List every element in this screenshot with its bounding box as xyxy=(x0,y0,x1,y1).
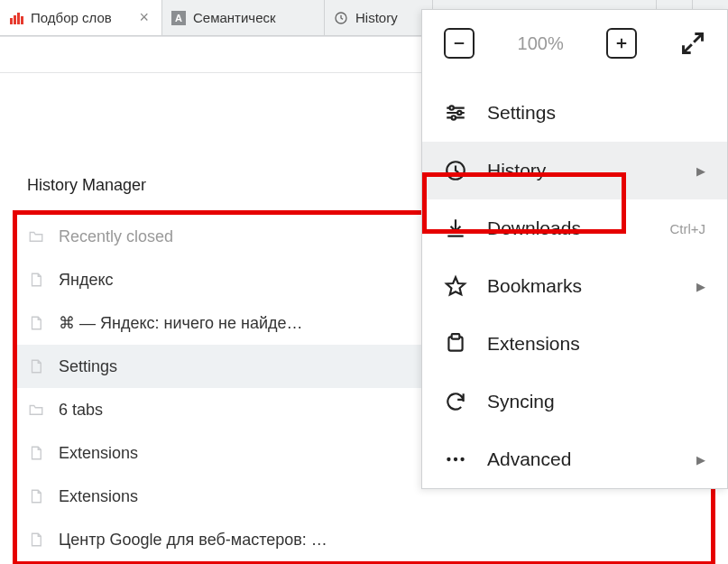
clock-favicon xyxy=(334,11,348,25)
star-icon xyxy=(444,274,467,298)
history-item-label: ⌘ — Яндекс: ничего не найде… xyxy=(59,313,303,333)
menu-item-history[interactable]: History ▶ xyxy=(422,142,727,199)
svg-point-12 xyxy=(454,458,457,461)
history-item-label: Extensions xyxy=(59,444,138,463)
svg-rect-1 xyxy=(14,15,16,24)
letter-a-favicon: A xyxy=(171,11,186,25)
svg-rect-2 xyxy=(17,13,20,24)
menu-item-syncing[interactable]: Syncing xyxy=(422,373,727,430)
dots-icon xyxy=(444,448,467,471)
download-icon xyxy=(444,217,467,240)
fullscreen-button[interactable] xyxy=(680,31,705,56)
yandex-wordstat-favicon xyxy=(9,11,23,25)
tab-history[interactable]: History xyxy=(325,0,433,35)
extensions-icon xyxy=(444,332,467,356)
history-item-google-webmasters[interactable]: Центр Google для веб-мастеров: … xyxy=(17,518,711,561)
menu-item-bookmarks[interactable]: Bookmarks ▶ xyxy=(422,257,727,315)
sliders-icon xyxy=(444,101,467,125)
history-item-label: Яндекс xyxy=(59,271,114,290)
history-item-label: Центр Google для веб-мастеров: … xyxy=(59,531,327,550)
zoom-level-label: 100% xyxy=(518,33,564,54)
svg-point-7 xyxy=(452,116,456,119)
history-manager-label: History Manager xyxy=(27,176,146,195)
menu-item-label: Extensions xyxy=(487,333,580,355)
file-icon xyxy=(28,530,44,550)
history-item-label: 6 tabs xyxy=(59,401,103,420)
tab-label: Семантическ xyxy=(193,10,315,25)
file-icon xyxy=(28,443,44,463)
menu-item-label: Downloads xyxy=(487,217,581,239)
chevron-right-icon: ▶ xyxy=(696,453,705,467)
tab-podbor-slov[interactable]: Подбор слов × xyxy=(0,0,162,35)
svg-point-11 xyxy=(447,458,450,461)
menu-item-label: Settings xyxy=(487,102,556,124)
tab-semanticheskaya[interactable]: A Семантическ xyxy=(162,0,325,35)
menu-item-shortcut: Ctrl+J xyxy=(669,221,705,236)
svg-rect-3 xyxy=(21,16,23,24)
menu-item-extensions[interactable]: Extensions xyxy=(422,315,727,373)
zoom-in-button[interactable] xyxy=(606,28,637,59)
svg-rect-10 xyxy=(452,334,460,338)
menu-item-label: Bookmarks xyxy=(487,275,582,297)
clock-icon xyxy=(444,159,467,182)
svg-point-13 xyxy=(460,458,464,461)
svg-point-5 xyxy=(450,106,454,109)
file-icon xyxy=(28,486,44,506)
svg-rect-0 xyxy=(10,18,13,24)
tab-label: Подбор слов xyxy=(31,10,128,25)
svg-point-6 xyxy=(457,111,461,115)
history-item-label: Recently closed xyxy=(59,227,173,246)
close-icon[interactable]: × xyxy=(135,8,152,27)
tab-label: History xyxy=(355,10,423,25)
main-menu-panel: 100% Settings History ▶ Downloads Ctrl+J… xyxy=(421,9,728,489)
folder-icon xyxy=(28,400,44,420)
menu-item-settings[interactable]: Settings xyxy=(422,84,727,142)
sync-icon xyxy=(444,390,467,413)
zoom-out-button[interactable] xyxy=(444,28,475,59)
history-item-label: Settings xyxy=(59,357,117,376)
chevron-right-icon: ▶ xyxy=(696,280,705,293)
menu-item-downloads[interactable]: Downloads Ctrl+J xyxy=(422,199,727,257)
file-icon xyxy=(28,270,44,290)
chevron-right-icon: ▶ xyxy=(696,164,705,178)
zoom-row: 100% xyxy=(422,10,727,84)
menu-item-label: Advanced xyxy=(487,448,571,470)
file-icon xyxy=(28,313,44,333)
file-icon xyxy=(28,356,44,376)
menu-item-label: History xyxy=(487,160,546,181)
history-item-label: Extensions xyxy=(59,487,138,506)
menu-item-advanced[interactable]: Advanced ▶ xyxy=(422,430,727,488)
folder-icon xyxy=(28,227,44,246)
menu-item-label: Syncing xyxy=(487,391,555,412)
